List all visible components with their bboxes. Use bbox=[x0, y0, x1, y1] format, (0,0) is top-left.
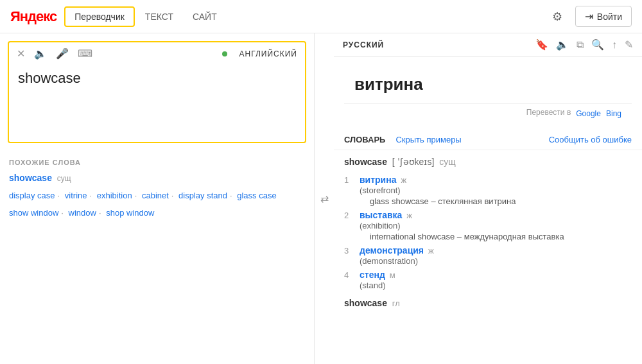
swap-languages-icon[interactable]: ⇄ bbox=[315, 33, 334, 364]
source-text[interactable]: showcase bbox=[9, 65, 305, 142]
dict-translation-3[interactable]: демонстрация bbox=[360, 245, 424, 256]
dict-entry-content-4: стенд м (stand) bbox=[360, 270, 632, 290]
dict-entry-4: 4 стенд м (stand) bbox=[344, 270, 632, 290]
dict-meaning-3: (demonstration) bbox=[360, 256, 632, 266]
similar-link-display-stand[interactable]: display stand bbox=[178, 191, 227, 200]
speaker-right-icon[interactable]: 🔈 bbox=[556, 39, 569, 51]
translate-via-google[interactable]: Google bbox=[576, 109, 601, 118]
translation-result: витрина bbox=[344, 65, 632, 104]
tab-text[interactable]: ТЕКСТ bbox=[136, 8, 182, 26]
dict-section2-pos: гл bbox=[392, 299, 400, 308]
edit-icon[interactable]: ✎ bbox=[625, 39, 633, 51]
similar-main-pos: сущ bbox=[57, 174, 71, 183]
dict-translation-1[interactable]: витрина bbox=[360, 175, 396, 185]
translate-via-row: Перевести в Google Bing bbox=[344, 104, 632, 123]
search-icon[interactable]: 🔍 bbox=[591, 39, 604, 51]
dict-entry-content-3: демонстрация ж (demonstration) bbox=[360, 245, 632, 266]
similar-link-display-case[interactable]: display case bbox=[9, 191, 55, 200]
dict-entry-3: 3 демонстрация ж (demonstration) bbox=[344, 245, 632, 266]
speaker-icon[interactable]: 🔈 bbox=[34, 48, 47, 60]
header-right: ⚙ ⇥ Войти bbox=[547, 6, 632, 27]
dict-gender-1: ж bbox=[401, 175, 406, 185]
report-error-button[interactable]: Сообщить об ошибке bbox=[549, 135, 632, 144]
similar-link-show-window[interactable]: show window bbox=[9, 208, 58, 218]
dict-entry-1: 1 витрина ж (storefront) glass showcase … bbox=[344, 175, 632, 206]
login-icon: ⇥ bbox=[585, 10, 593, 22]
dict-gender-4: м bbox=[390, 270, 395, 280]
translate-via-label: Перевести в bbox=[526, 108, 571, 117]
dict-num-3: 3 bbox=[344, 245, 354, 266]
dict-section2: showcase гл bbox=[344, 298, 632, 308]
dict-gender-2: ж bbox=[406, 211, 412, 220]
similar-link-cabinet[interactable]: cabinet bbox=[142, 191, 169, 200]
right-lang-label: РУССКИЙ bbox=[343, 40, 528, 49]
similar-word-group: showcase сущ bbox=[9, 173, 305, 183]
settings-icon[interactable]: ⚙ bbox=[547, 6, 568, 27]
dict-entry-content-2: выставка ж (exhibition) international sh… bbox=[360, 210, 632, 241]
copy-icon[interactable]: ⧉ bbox=[577, 39, 584, 51]
dict-meaning-4: (stand) bbox=[360, 281, 632, 290]
lang-indicator bbox=[222, 51, 227, 56]
similar-link-glass-case[interactable]: glass case bbox=[237, 191, 276, 200]
similar-link-window[interactable]: window bbox=[69, 208, 96, 218]
similar-link-exhibition[interactable]: exhibition bbox=[97, 191, 132, 200]
similar-links-row1: display case· vitrine· exhibition· cabin… bbox=[9, 188, 305, 203]
translated-text: витрина bbox=[354, 74, 423, 94]
similar-links-row2: show window· window· shop window bbox=[9, 205, 305, 220]
dict-entry-2: 2 выставка ж (exhibition) international … bbox=[344, 210, 632, 241]
similar-main-word[interactable]: showcase bbox=[9, 173, 52, 183]
dict-tab-label[interactable]: СЛОВАРЬ bbox=[344, 135, 385, 144]
hide-examples-button[interactable]: Скрыть примеры bbox=[395, 135, 461, 144]
keyboard-icon[interactable]: ⌨ bbox=[78, 48, 92, 60]
header: Яндекс Переводчик ТЕКСТ САЙТ ⚙ ⇥ Войти bbox=[0, 0, 642, 33]
dict-num-1: 1 bbox=[344, 175, 354, 206]
tab-site[interactable]: САЙТ bbox=[184, 8, 226, 26]
dict-word-main: showcase bbox=[344, 157, 387, 167]
login-label: Войти bbox=[597, 12, 622, 22]
dict-num-4: 4 bbox=[344, 270, 354, 290]
left-toolbar: ✕ 🔈 🎤 ⌨ АНГЛИЙСКИЙ bbox=[9, 42, 305, 65]
dict-entry-content-1: витрина ж (storefront) glass showcase – … bbox=[360, 175, 632, 206]
dict-word-pos: сущ bbox=[439, 157, 456, 167]
similar-link-shop-window[interactable]: shop window bbox=[106, 208, 154, 218]
right-panel: РУССКИЙ 🔖 🔈 ⧉ 🔍 ↑ ✎ витрина Перевести в … bbox=[334, 33, 642, 364]
main-area: ✕ 🔈 🎤 ⌨ АНГЛИЙСКИЙ showcase ПОХОЖИЕ СЛОВ… bbox=[0, 33, 642, 364]
clear-icon[interactable]: ✕ bbox=[17, 48, 25, 60]
left-panel: ✕ 🔈 🎤 ⌨ АНГЛИЙСКИЙ showcase ПОХОЖИЕ СЛОВ… bbox=[0, 33, 315, 364]
translation-result-area: витрина Перевести в Google Bing bbox=[334, 56, 642, 130]
share-icon[interactable]: ↑ bbox=[612, 39, 617, 51]
dict-word-header: showcase [ ˈʃəʊkeɪs] сущ bbox=[344, 157, 632, 167]
translator-box: ✕ 🔈 🎤 ⌨ АНГЛИЙСКИЙ showcase bbox=[8, 41, 306, 143]
right-toolbar: РУССКИЙ 🔖 🔈 ⧉ 🔍 ↑ ✎ bbox=[334, 33, 642, 56]
dict-content: showcase [ ˈʃəʊkeɪs] сущ 1 витрина ж (st… bbox=[334, 150, 642, 364]
dict-translation-4[interactable]: стенд bbox=[360, 270, 385, 280]
dict-example-2: international showcase – международная в… bbox=[360, 232, 632, 241]
similar-words-section: ПОХОЖИЕ СЛОВА showcase сущ display case·… bbox=[0, 151, 314, 229]
dict-toolbar: СЛОВАРЬ Скрыть примеры Сообщить об ошибк… bbox=[334, 130, 642, 150]
similar-link-vitrine[interactable]: vitrine bbox=[65, 191, 87, 200]
dict-gender-3: ж bbox=[428, 246, 434, 256]
login-button[interactable]: ⇥ Войти bbox=[575, 6, 632, 27]
dict-meaning-1: (storefront) bbox=[360, 186, 632, 195]
translate-via-bing[interactable]: Bing bbox=[606, 109, 621, 118]
tab-translator[interactable]: Переводчик bbox=[64, 6, 135, 27]
bookmark-icon[interactable]: 🔖 bbox=[535, 39, 548, 51]
similar-title: ПОХОЖИЕ СЛОВА bbox=[9, 159, 305, 166]
dict-meaning-2: (exhibition) bbox=[360, 221, 632, 230]
left-lang-label: АНГЛИЙСКИЙ bbox=[239, 49, 297, 58]
dict-translation-2[interactable]: выставка bbox=[360, 210, 402, 220]
dict-section2-word: showcase bbox=[344, 298, 387, 308]
dict-transcription: [ ˈʃəʊkeɪs] bbox=[392, 157, 434, 167]
yandex-logo: Яндекс bbox=[10, 8, 56, 25]
dict-example-1: glass showcase – стеклянная витрина bbox=[360, 196, 632, 206]
mic-icon[interactable]: 🎤 bbox=[56, 48, 69, 60]
dict-num-2: 2 bbox=[344, 210, 354, 241]
